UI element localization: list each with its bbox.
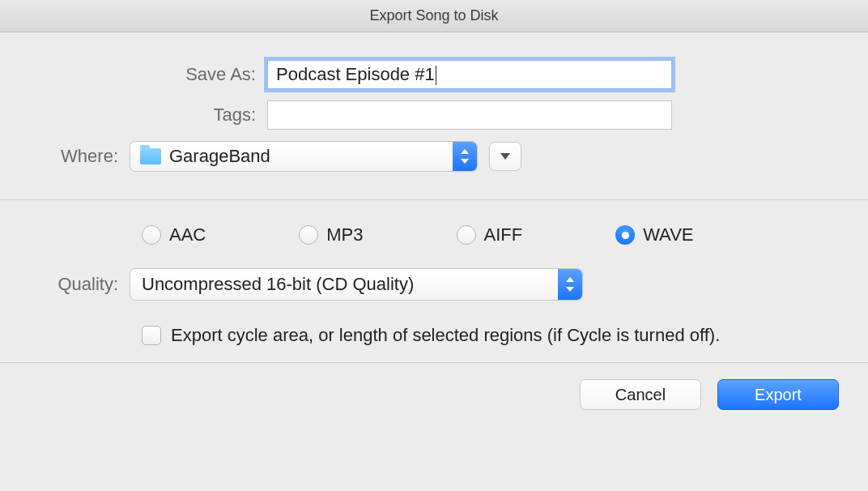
save-as-value: Podcast Episode #1 (276, 64, 435, 84)
radio-label: WAVE (643, 224, 693, 246)
export-cycle-row: Export cycle area, or length of selected… (142, 325, 844, 346)
radio-label: AIFF (484, 224, 523, 246)
window-title: Export Song to Disk (369, 7, 498, 24)
tags-input[interactable] (267, 100, 672, 130)
folder-icon (140, 148, 161, 164)
export-button[interactable]: Export (717, 379, 839, 410)
radio-indicator (299, 225, 318, 245)
save-as-label: Save As: (24, 64, 267, 85)
save-as-input[interactable]: Podcast Episode #1 (267, 60, 672, 89)
format-radio-group: AACMP3AIFFWAVE (142, 208, 844, 254)
where-value: GarageBand (169, 146, 453, 167)
tags-label: Tags: (24, 105, 267, 126)
format-radio-aac[interactable]: AAC (142, 224, 206, 246)
format-radio-mp3[interactable]: MP3 (299, 224, 363, 246)
tags-row: Tags: (24, 100, 844, 130)
export-cycle-checkbox[interactable] (142, 326, 161, 345)
dialog-body: Save As: Podcast Episode #1 Tags: Where:… (0, 32, 868, 426)
cancel-button[interactable]: Cancel (580, 379, 701, 410)
where-label: Where: (24, 146, 130, 167)
chevron-down-icon (500, 153, 510, 160)
window-titlebar: Export Song to Disk (0, 0, 868, 32)
format-section: AACMP3AIFFWAVE Quality: Uncompressed 16-… (0, 200, 868, 362)
format-radio-aiff[interactable]: AIFF (457, 224, 523, 246)
radio-indicator (457, 225, 476, 245)
quality-row: Quality: Uncompressed 16-bit (CD Quality… (24, 268, 844, 301)
updown-stepper-icon (453, 142, 477, 171)
save-as-row: Save As: Podcast Episode #1 (24, 60, 844, 89)
export-button-label: Export (755, 386, 802, 404)
quality-value: Uncompressed 16-bit (CD Quality) (130, 274, 558, 295)
quality-select[interactable]: Uncompressed 16-bit (CD Quality) (130, 268, 583, 301)
where-row: Where: GarageBand (24, 141, 844, 172)
radio-indicator (615, 225, 635, 245)
dialog-footer: Cancel Export (0, 363, 868, 426)
cancel-button-label: Cancel (615, 386, 666, 404)
format-radio-wave[interactable]: WAVE (615, 224, 693, 246)
expand-location-button[interactable] (489, 142, 521, 171)
radio-label: AAC (169, 224, 206, 246)
radio-label: MP3 (326, 224, 363, 246)
file-section: Save As: Podcast Episode #1 Tags: Where:… (0, 32, 868, 199)
text-caret (436, 66, 436, 85)
radio-indicator (142, 225, 161, 245)
updown-stepper-icon (558, 269, 582, 300)
quality-label: Quality: (24, 274, 130, 295)
export-cycle-label: Export cycle area, or length of selected… (171, 325, 720, 346)
where-select[interactable]: GarageBand (130, 141, 478, 172)
